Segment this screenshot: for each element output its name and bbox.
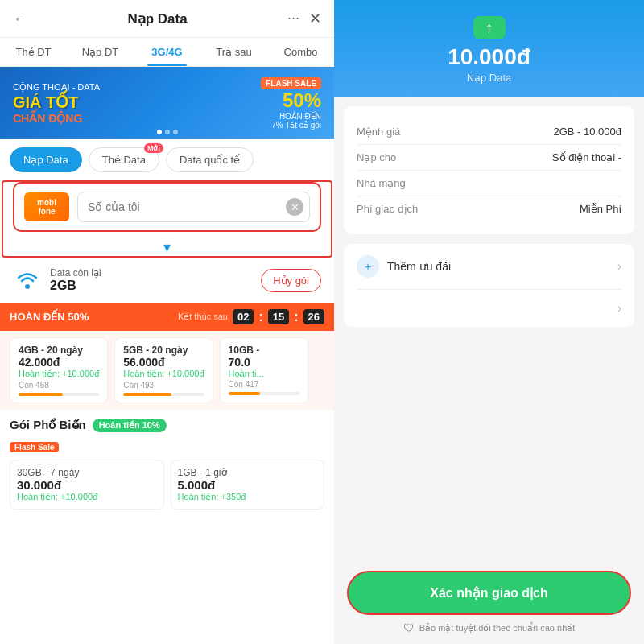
detail-row-nap-cho: Nạp cho Số điện thoại - [357,145,621,171]
data-text: Data còn lại 2GB [50,267,101,293]
hoan-tien-badge: Hoàn tiền 10% [93,419,167,432]
detail-row-phi-giao-dich: Phí giao dịch Miễn Phí [357,196,621,221]
page-title: Nạp Data [127,10,187,27]
tab-nap-dt[interactable]: Nạp ĐT [67,38,134,66]
popular-section: Gói Phổ Biến Hoàn tiền 10% Flash Sale 30… [0,410,334,644]
shield-icon: 🛡 [403,621,415,634]
pkg-refund-2: Hoàn ti... [229,369,299,378]
header-icons: ··· ✕ [287,10,321,27]
flash-sale-section: HOÀN ĐẾN 50% Kết thúc sau 02 : 15 : 26 [0,303,334,331]
pkg-remaining-0: Còn 468 [19,381,99,390]
right-subtitle: Nạp Data [467,72,512,84]
popular-card-name-0: 30GB - 7 ngày [17,467,157,478]
tab-the-dt[interactable]: Thẻ ĐT [0,38,67,66]
banner-right: FLASH SALE 50% HOÀN ĐẾN 7% Tất cả gói [261,77,321,130]
promo-text: Thêm ưu đãi [387,260,451,273]
popular-grid: 30GB - 7 ngày 30.000đ Hoàn tiền: +10.000… [10,460,324,510]
sub-tab-the-data[interactable]: Thẻ Data Mới [89,147,159,172]
pkg-name-1: 5GB - 20 ngày [123,345,204,356]
timer-seconds: 26 [303,309,324,324]
chevron-right-2-icon: › [617,301,621,316]
svg-point-0 [25,284,30,289]
back-icon[interactable]: ← [13,10,27,27]
right-top-blue: ↑ 10.000đ Nạp Data [334,0,644,97]
dropdown-arrow-icon[interactable]: ▾ [3,238,331,256]
security-note: 🛡 Bảo mật tuyệt đối theo chuẩn cao nhất [347,621,631,634]
hoan-den: HOÀN ĐẾN 7% Tất cả gói [261,112,321,130]
pkg-price-2: 70.0 [229,356,299,369]
pkg-remaining-2: Còn 417 [229,380,299,389]
timer-minutes: 15 [268,309,289,324]
banner-como: CỘNG THOẠI - DATA [13,82,100,93]
detail-row-menh-gia: Mệnh giá 2GB - 10.000đ [357,119,621,145]
pkg-price-1: 56.000đ [123,356,204,369]
detail-label-nha-mang: Nhà mạng [357,177,406,189]
flash-pct: 50% [261,89,321,112]
banner-dots [157,130,178,134]
packages-row: 4GB - 20 ngày 42.000đ Hoàn tiền: +10.000… [0,331,334,410]
data-value: 2GB [50,279,101,293]
close-icon[interactable]: ✕ [309,10,321,27]
popular-card-price-0: 30.000đ [17,478,157,492]
confirm-button[interactable]: Xác nhận giao dịch [347,571,631,615]
header: ← Nạp Data ··· ✕ [0,0,334,38]
detail-row-nha-mang: Nhà mạng [357,171,621,196]
flash-sale-small-badge: Flash Sale [10,442,59,452]
mobifone-text: mobifone [37,198,56,216]
sub-tab-data-quoc-te[interactable]: Data quốc tế [166,147,254,172]
promo-left: + Thêm ưu đãi [357,255,451,278]
tab-3g4g[interactable]: 3G/4G [134,38,200,66]
popular-card-0[interactable]: 30GB - 7 ngày 30.000đ Hoàn tiền: +10.000… [10,460,164,510]
pkg-name-2: 10GB - [229,345,299,356]
pkg-refund-1: Hoàn tiền: +10.000đ [123,369,204,379]
phone-input-section-wrapper: mobifone ✕ ▾ [2,180,332,258]
detail-label-menh-gia: Mệnh giá [357,126,400,138]
phone-input-section: mobifone ✕ [13,182,321,232]
data-remaining-section: Data còn lại 2GB Hủy gói [0,258,334,303]
detail-value-menh-gia: 2GB - 10.000đ [553,126,621,138]
tab-combo[interactable]: Combo [267,38,334,66]
confirm-section: Xác nhận giao dịch 🛡 Bảo mật tuyệt đối t… [334,561,644,644]
package-card-0[interactable]: 4GB - 20 ngày 42.000đ Hoàn tiền: +10.000… [10,337,108,403]
detail-label-phi: Phí giao dịch [357,203,418,215]
right-panel: ↑ 10.000đ Nạp Data Mệnh giá 2GB - 10.000… [334,0,644,644]
wifi-icon [13,266,42,295]
flash-sale-badge: FLASH SALE [261,77,321,89]
more-icon[interactable]: ··· [287,10,299,27]
amount-text: 10.000đ [448,44,530,70]
banner-chan: CHẤN ĐỘNG [13,112,100,125]
pkg-remaining-1: Còn 493 [123,381,204,390]
pkg-name-0: 4GB - 20 ngày [19,345,99,356]
detail-value-nap-cho: Số điện thoại - [552,151,621,163]
sub-tab-nap-data[interactable]: Nạp Data [10,147,82,172]
detail-card: Mệnh giá 2GB - 10.000đ Nạp cho Số điện t… [344,106,634,234]
package-card-2[interactable]: 10GB - 70.0 Hoàn ti... Còn 417 [220,337,308,403]
security-text: Bảo mật tuyệt đối theo chuẩn cao nhất [419,623,576,634]
left-panel: ← Nạp Data ··· ✕ Thẻ ĐT Nạp ĐT 3G/4G Trả… [0,0,334,644]
popular-card-1[interactable]: 1GB - 1 giờ 5.000đ Hoàn tiền: +350đ [171,460,325,510]
popular-card-refund-1: Hoàn tiền: +350đ [178,492,318,502]
provider-icon: ↑ [473,16,506,39]
pkg-refund-0: Hoàn tiền: +10.000đ [19,369,99,379]
popular-card-name-1: 1GB - 1 giờ [178,467,318,478]
add-promo-row[interactable]: + Thêm ưu đãi › [344,244,634,289]
detail-label-nap-cho: Nạp cho [357,151,396,163]
cancel-package-button[interactable]: Hủy gói [261,269,321,292]
popular-title: Gói Phổ Biến [10,418,86,432]
data-label: Data còn lại [50,267,101,279]
phone-input[interactable] [77,192,310,222]
flash-sale-timer: Kết thúc sau 02 : 15 : 26 [178,309,324,324]
new-badge: Mới [144,143,163,153]
mobifone-logo: mobifone [24,192,69,221]
banner-left: CỘNG THOẠI - DATA GIÁ TỐT CHẤN ĐỘNG [13,82,100,125]
empty-promo-row[interactable]: › [344,290,634,327]
timer-label: Kết thúc sau [178,312,228,322]
popular-card-refund-0: Hoàn tiền: +10.000đ [17,492,157,502]
popular-card-price-1: 5.000đ [178,478,318,492]
chevron-right-icon: › [617,259,621,274]
detail-value-phi: Miễn Phí [580,203,621,215]
tab-tra-sau[interactable]: Trả sau [200,38,267,66]
clear-input-button[interactable]: ✕ [286,198,303,216]
promo-section: + Thêm ưu đãi › › [344,244,634,327]
package-card-1[interactable]: 5GB - 20 ngày 56.000đ Hoàn tiền: +10.000… [114,337,213,403]
